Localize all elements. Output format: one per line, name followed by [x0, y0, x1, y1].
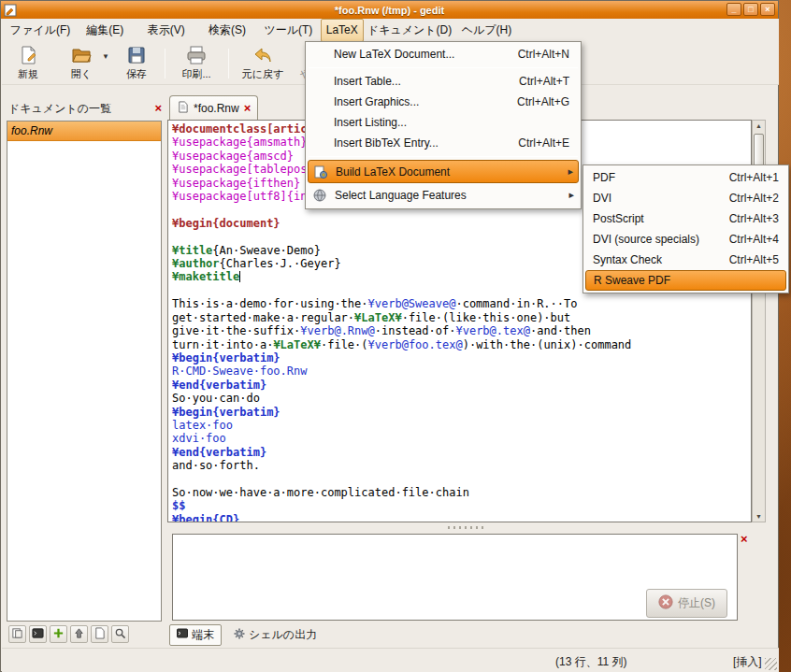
- new-button[interactable]: 新規: [7, 45, 49, 82]
- menu-item-insert-graphics[interactable]: Insert Graphics... Ctrl+Alt+G: [308, 92, 579, 112]
- code-line: ¥begin{verbatim}: [172, 351, 751, 365]
- search-icon: [114, 627, 126, 642]
- toolbar-separator: [228, 49, 229, 79]
- maximize-button[interactable]: □: [743, 3, 758, 16]
- tab-foo-rnw[interactable]: *foo.Rnw ×: [169, 95, 258, 120]
- save-button[interactable]: 保存: [116, 45, 157, 82]
- new-document-icon: [7, 45, 49, 67]
- menu-item-postscript[interactable]: PostScript Ctrl+Alt+3: [585, 208, 786, 229]
- menu-item-insert-table[interactable]: Insert Table... Ctrl+Alt+T: [308, 71, 579, 92]
- documents-icon: [11, 627, 23, 642]
- stop-button[interactable]: 停止(S): [646, 589, 727, 618]
- stop-button-label: 停止(S): [678, 595, 715, 611]
- tab-close-button[interactable]: ×: [244, 103, 252, 114]
- cursor-position-status: (13 行、11 列): [555, 654, 626, 670]
- stop-icon: [658, 594, 673, 612]
- code-line: ¥begin{verbatim}: [172, 406, 751, 419]
- code-line: So·now·we·have·a·more·complicated·file·c…: [172, 486, 751, 499]
- menu-separator: [309, 67, 578, 68]
- menu-search[interactable]: 検索(S): [198, 19, 256, 42]
- toolbar-separator: [165, 49, 165, 79]
- latex-menu: New LaTeX Document... Ctrl+Alt+N Insert …: [305, 41, 582, 209]
- menu-view[interactable]: 表示(V): [137, 19, 195, 42]
- terminal-icon: [177, 628, 188, 642]
- menu-item-insert-bibtex-entry[interactable]: Insert BibTeX Entry... Ctrl+Alt+E: [308, 133, 579, 153]
- menu-file[interactable]: ファイル(F): [7, 19, 73, 42]
- undo-button[interactable]: 元に戻す: [236, 45, 290, 82]
- scroll-down-icon[interactable]: ▼: [753, 513, 765, 520]
- code-line: This·is·a·demo·for·using·the·¥verb@Sweav…: [172, 297, 751, 310]
- menu-separator: [309, 156, 578, 157]
- side-panel-mode-buttons: [8, 625, 129, 643]
- menu-item-dvi[interactable]: DVI Ctrl+Alt+2: [585, 188, 786, 208]
- menu-item-pdf[interactable]: PDF Ctrl+Alt+1: [585, 167, 786, 188]
- open-button[interactable]: ▼ 開く: [52, 45, 110, 82]
- side-mode-page-button[interactable]: [91, 625, 108, 643]
- menubar: ファイル(F) 編集(E) 表示(V) 検索(S) ツール(T) LaTeX ド…: [2, 19, 779, 42]
- open-dropdown-arrow-icon[interactable]: ▼: [102, 52, 109, 61]
- menu-edit[interactable]: 編集(E): [76, 19, 134, 42]
- code-line: So·you·can·do: [172, 392, 751, 405]
- side-mode-add-button[interactable]: [50, 625, 67, 643]
- code-line: turn·it·into·a·¥LaTeX¥·file·(¥verb@foo.t…: [172, 338, 751, 351]
- menu-item-syntax-check[interactable]: Syntax Check Ctrl+Alt+5: [585, 250, 786, 270]
- code-line: [172, 473, 751, 486]
- close-button[interactable]: ×: [760, 3, 775, 16]
- code-line: and·so·forth.: [172, 459, 751, 472]
- print-icon: [172, 45, 221, 67]
- side-mode-documents-button[interactable]: [8, 625, 26, 643]
- side-mode-terminal-button[interactable]: [29, 625, 47, 643]
- submenu-arrow-icon: ▸: [568, 165, 573, 178]
- save-icon: [116, 45, 157, 67]
- resize-grip[interactable]: [765, 658, 777, 670]
- statusbar: (13 行、11 列) [挿入]: [2, 648, 779, 672]
- side-panel-header: ドキュメントの一覧 ×: [8, 98, 162, 119]
- tab-label: *foo.Rnw: [194, 102, 239, 115]
- code-line: give·it·the·suffix·¥verb@.Rnw@·instead·o…: [172, 324, 751, 337]
- page-icon: [93, 627, 106, 642]
- gear-icon: [234, 628, 245, 642]
- tab-shell-output[interactable]: シェルの出力: [227, 625, 324, 645]
- side-panel-close-button[interactable]: ×: [154, 103, 162, 114]
- menu-documents[interactable]: ドキュメント(D): [367, 19, 453, 42]
- build-latex-submenu: PDF Ctrl+Alt+1 DVI Ctrl+Alt+2 PostScript…: [582, 164, 789, 293]
- tab-terminal[interactable]: 端末: [169, 624, 222, 646]
- build-icon: [313, 164, 328, 179]
- menu-help[interactable]: ヘルプ(H): [455, 19, 517, 42]
- terminal-icon: [32, 627, 44, 642]
- language-features-icon: [312, 188, 327, 203]
- insert-mode-status: [挿入]: [733, 654, 762, 670]
- plus-icon: [52, 627, 65, 642]
- titlebar[interactable]: *foo.Rnw (/tmp) - gedit _ □ ×: [1, 1, 778, 19]
- document-list-item[interactable]: foo.Rnw: [7, 122, 161, 141]
- bottom-panel-tabs: 端末 シェルの出力: [169, 624, 324, 646]
- print-button[interactable]: 印刷...: [172, 45, 221, 82]
- documents-list: foo.Rnw: [7, 121, 162, 622]
- side-mode-search-button[interactable]: [111, 625, 129, 643]
- arrow-up-icon: [73, 627, 85, 642]
- menu-item-r-sweave-pdf[interactable]: R Sweave PDF: [585, 270, 786, 291]
- scroll-up-icon[interactable]: ▲: [753, 122, 765, 129]
- menu-item-new-latex-document[interactable]: New LaTeX Document... Ctrl+Alt+N: [308, 44, 579, 64]
- side-mode-up-button[interactable]: [70, 625, 88, 643]
- window-title: *foo.Rnw (/tmp) - gedit: [1, 5, 778, 16]
- menu-item-select-language-features[interactable]: Select Language Features ▸: [308, 183, 579, 207]
- panel-splitter[interactable]: [167, 522, 766, 532]
- code-line: R·CMD·Sweave·foo.Rnw: [172, 365, 751, 378]
- code-line: ¥end{verbatim}: [172, 379, 751, 392]
- code-line: get·started·make·a·regular·¥LaTeX¥·file·…: [172, 311, 751, 324]
- submenu-arrow-icon: ▸: [568, 189, 574, 201]
- menu-item-dvi-source-specials[interactable]: DVI (source specials) Ctrl+Alt+4: [585, 229, 786, 250]
- menu-tools[interactable]: ツール(T): [259, 19, 317, 42]
- bottom-panel-close-button[interactable]: ×: [741, 534, 748, 545]
- menu-latex[interactable]: LaTeX: [321, 19, 364, 42]
- menu-item-insert-listing[interactable]: Insert Listing...: [308, 112, 579, 133]
- document-icon: [177, 101, 189, 116]
- code-line: ¥begin{CD}: [172, 513, 751, 522]
- side-panel-title: ドキュメントの一覧: [8, 101, 154, 117]
- text-cursor: [239, 271, 240, 282]
- minimize-button[interactable]: _: [726, 3, 741, 16]
- code-line: $$: [172, 499, 751, 512]
- splitter-grip-icon: [448, 526, 483, 529]
- menu-item-build-latex-document[interactable]: Build LaTeX Document ▸: [308, 160, 579, 183]
